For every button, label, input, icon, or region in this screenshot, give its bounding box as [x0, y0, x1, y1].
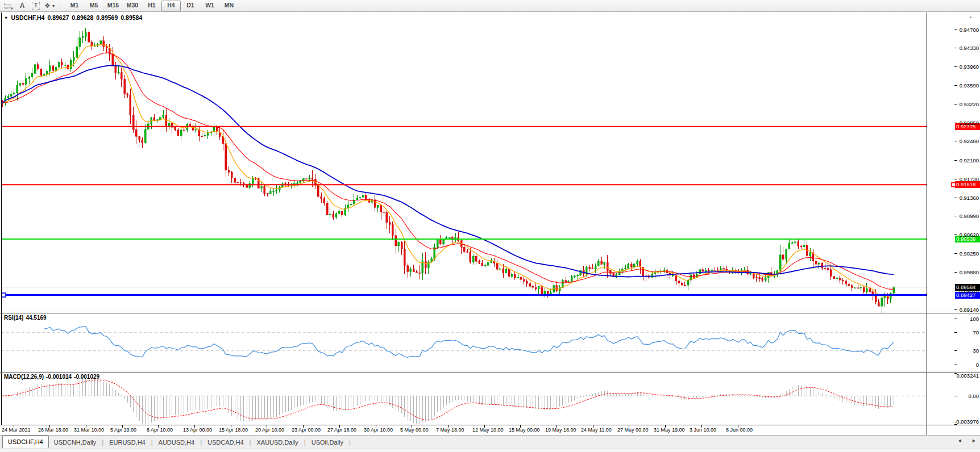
- timeframe-button-m5[interactable]: M5: [84, 1, 103, 10]
- fibonacci-grid-icon[interactable]: F: [2, 1, 15, 11]
- timeframe-button-m15[interactable]: M15: [103, 1, 123, 10]
- chart-canvas[interactable]: [0, 0, 980, 435]
- diamonds-glyph: ❖: [44, 2, 51, 10]
- tab-separator: |: [348, 437, 351, 448]
- indicator-gridlines: [1, 332, 927, 396]
- timeframe-button-d1[interactable]: D1: [181, 1, 200, 10]
- tab-scroll-right-icon[interactable]: ►: [971, 438, 977, 443]
- chart-tabs: USDCHF,H4USDCNH,Daily|EURUSD,H4|AUDUSD,H…: [0, 436, 980, 448]
- toolbar-separator: [60, 1, 61, 10]
- toolbar: F A T ❖ ▾ M1M5M15M30H1H4D1W1MN: [0, 0, 980, 12]
- timeframe-button-m30[interactable]: M30: [123, 1, 142, 10]
- chart-tab-xauusd-daily[interactable]: XAUUSD,Daily: [251, 437, 303, 448]
- chart-tab-audusd-h4[interactable]: AUDUSD,H4: [153, 437, 200, 448]
- text-label-icon[interactable]: T: [30, 1, 42, 11]
- grid-glyph: [4, 3, 11, 9]
- mt4-window: F A T ❖ ▾ M1M5M15M30H1H4D1W1MN ▼USDCHF,H…: [0, 0, 980, 452]
- timeframe-button-h4[interactable]: H4: [161, 1, 181, 11]
- timeframe-buttons: M1M5M15M30H1H4D1W1MN: [65, 1, 239, 11]
- rsi-line: [44, 327, 894, 358]
- chart-tab-usdcnh-daily[interactable]: USDCNH,Daily: [49, 437, 102, 448]
- chart-tab-usdchf-h4[interactable]: USDCHF,H4: [2, 436, 49, 448]
- macd-signal-line: [2, 380, 894, 420]
- moving-averages: [2, 44, 894, 296]
- dropdown-caret-icon: ▾: [52, 3, 55, 9]
- macd-histogram: [2, 378, 894, 424]
- panel-borders: [0, 12, 980, 435]
- timeframe-button-h1[interactable]: H1: [142, 1, 161, 10]
- timeframe-button-w1[interactable]: W1: [200, 1, 219, 10]
- cursor-style-icon[interactable]: ❖ ▾: [43, 1, 56, 11]
- status-strip: [0, 449, 980, 452]
- axis-ticks: [14, 30, 957, 428]
- chart-tab-eurusd-h4[interactable]: EURUSD,H4: [104, 437, 151, 448]
- chart-tab-usoil-daily[interactable]: USOil,Daily: [306, 437, 348, 448]
- timeframe-button-mn[interactable]: MN: [219, 1, 239, 10]
- timeframe-button-m1[interactable]: M1: [65, 1, 84, 10]
- hline-object-0.91618[interactable]: [1, 183, 956, 187]
- tab-scroll-arrows: ◄ ►: [949, 438, 977, 443]
- hline-object-0.89427[interactable]: [1, 293, 927, 297]
- text-annotation-icon[interactable]: A: [16, 1, 28, 11]
- t-box-glyph: T: [32, 2, 40, 10]
- bottom-bar: USDCHF,H4USDCNH,Daily|EURUSD,H4|AUDUSD,H…: [0, 435, 980, 452]
- chart-tab-usdcad-h4[interactable]: USDCAD,H4: [202, 437, 249, 448]
- tab-scroll-left-icon[interactable]: ◄: [957, 438, 962, 443]
